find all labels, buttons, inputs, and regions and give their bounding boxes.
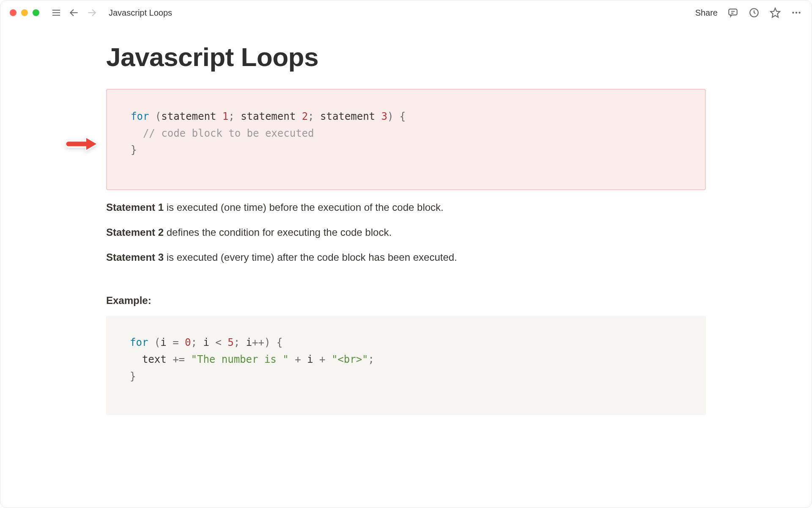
- code-token: statement: [320, 110, 381, 122]
- updates-icon[interactable]: [748, 7, 760, 19]
- code-token: text: [142, 353, 173, 365]
- code-token: statement: [161, 110, 222, 122]
- menu-icon[interactable]: [50, 7, 62, 19]
- svg-rect-5: [729, 9, 737, 15]
- svg-marker-9: [771, 8, 780, 17]
- code-token: i: [307, 353, 313, 365]
- code-token: (: [148, 337, 160, 348]
- toolbar-left: Javascript Loops: [50, 7, 172, 19]
- minimize-window-button[interactable]: [21, 9, 28, 16]
- code-token: ++: [252, 337, 264, 348]
- code-token: 5: [228, 337, 233, 348]
- code-block-wrapper-1: for (statement 1; statement 2; statement…: [106, 89, 706, 190]
- highlight-arrow-icon: [66, 135, 100, 152]
- code-token: [130, 353, 142, 365]
- code-token: for: [131, 110, 149, 122]
- page-content: Javascript Loops for (statement 1; state…: [0, 25, 812, 441]
- code-token: ;: [228, 110, 241, 122]
- breadcrumb[interactable]: Javascript Loops: [109, 8, 172, 18]
- code-token: ;: [191, 337, 203, 348]
- code-token: 3: [381, 110, 387, 122]
- paragraph-2[interactable]: Statement 2 defines the condition for ex…: [106, 224, 706, 240]
- window-controls: [10, 9, 39, 16]
- paragraph-text: is executed (one time) before the execut…: [164, 202, 444, 213]
- toolbar-right: Share: [695, 7, 802, 19]
- comments-icon[interactable]: [727, 7, 739, 19]
- code-token: +: [313, 353, 332, 365]
- code-token: 0: [185, 337, 191, 348]
- example-heading[interactable]: Example:: [106, 295, 706, 306]
- back-icon[interactable]: [68, 7, 80, 19]
- code-token: +: [289, 353, 307, 365]
- paragraph-1[interactable]: Statement 1 is executed (one time) befor…: [106, 199, 706, 215]
- share-button[interactable]: Share: [695, 8, 718, 18]
- close-window-button[interactable]: [10, 9, 16, 16]
- paragraph-text: defines the condition for executing the …: [164, 226, 392, 238]
- code-token: i: [203, 337, 215, 348]
- paragraph-strong: Statement 1: [106, 202, 164, 213]
- code-token: <: [215, 337, 228, 348]
- code-token: 1: [222, 110, 228, 122]
- forward-icon[interactable]: [86, 7, 98, 19]
- code-token: +=: [173, 353, 191, 365]
- page-title[interactable]: Javascript Loops: [106, 42, 706, 72]
- code-token: for: [130, 337, 148, 348]
- code-token: 2: [302, 110, 308, 122]
- code-token: // code block to be executed: [131, 127, 314, 139]
- paragraph-3[interactable]: Statement 3 is executed (every time) aft…: [106, 249, 706, 265]
- code-token: {: [393, 110, 406, 122]
- code-token: (: [155, 110, 161, 122]
- svg-point-12: [798, 12, 800, 14]
- code-token: ;: [234, 337, 246, 348]
- code-token: "The number is ": [191, 353, 289, 365]
- favorite-icon[interactable]: [769, 7, 781, 19]
- svg-point-10: [792, 12, 794, 14]
- code-token: =: [173, 337, 185, 348]
- code-token: {: [270, 337, 283, 348]
- titlebar: Javascript Loops Share: [0, 0, 812, 25]
- code-block-1[interactable]: for (statement 1; statement 2; statement…: [106, 89, 706, 190]
- code-token: "<br>": [332, 353, 368, 365]
- code-token: ;: [368, 353, 374, 365]
- code-token: }: [131, 144, 137, 156]
- app-window: Javascript Loops Share Javascript Loops: [0, 0, 812, 508]
- code-block-2[interactable]: for (i = 0; i < 5; i++) { text += "The n…: [106, 316, 706, 415]
- paragraph-text: is executed (every time) after the code …: [164, 251, 457, 263]
- code-token: ;: [308, 110, 320, 122]
- code-token: i: [160, 337, 173, 348]
- maximize-window-button[interactable]: [33, 9, 39, 16]
- paragraph-strong: Statement 3: [106, 251, 164, 263]
- paragraph-strong: Statement 2: [106, 226, 164, 238]
- code-token: ): [264, 337, 270, 348]
- code-token: ): [387, 110, 393, 122]
- code-token: statement: [241, 110, 302, 122]
- more-icon[interactable]: [790, 7, 802, 19]
- code-token: i: [246, 337, 252, 348]
- code-token: }: [130, 370, 136, 382]
- svg-point-11: [796, 12, 797, 14]
